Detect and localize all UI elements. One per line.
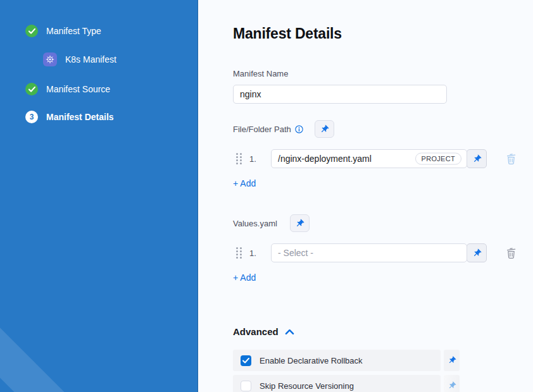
chevron-up-icon xyxy=(285,329,294,335)
step-label: Manifest Type xyxy=(46,26,101,36)
option-label: Skip Resource Versioning xyxy=(260,381,354,391)
manifest-name-label: Manifest Name xyxy=(233,69,288,78)
runtime-input-pin-button[interactable] xyxy=(290,214,310,232)
project-scope-badge: PROJECT xyxy=(415,153,461,165)
check-circle-icon xyxy=(25,25,38,37)
step-label: Manifest Source xyxy=(46,84,110,94)
values-yaml-row: 1. xyxy=(233,243,533,262)
info-icon[interactable] xyxy=(295,125,303,133)
harness-logo-watermark xyxy=(0,281,83,392)
advanced-label: Advanced xyxy=(233,326,279,337)
row-number: 1. xyxy=(249,248,265,258)
runtime-input-pin-button[interactable] xyxy=(315,120,334,138)
manifest-details-panel: Manifest Details Manifest Name File/Fold… xyxy=(198,0,533,392)
runtime-input-pin-icon[interactable] xyxy=(444,375,460,392)
advanced-section-toggle[interactable]: Advanced xyxy=(233,326,533,337)
option-label: Enable Declarative Rollback xyxy=(260,356,363,365)
step-number-circle: 3 xyxy=(25,111,38,123)
add-file-path-link[interactable]: + Add xyxy=(233,178,256,188)
values-yaml-select[interactable] xyxy=(271,243,467,262)
kubernetes-icon xyxy=(43,52,57,66)
runtime-input-pin-button[interactable] xyxy=(467,243,487,262)
option-row-declarative-rollback: Enable Declarative Rollback xyxy=(233,350,460,371)
drag-handle-icon[interactable] xyxy=(236,247,242,259)
sidebar-step-manifest-type[interactable]: Manifest Type xyxy=(25,25,198,37)
sidebar-step-manifest-details[interactable]: 3 Manifest Details xyxy=(25,111,198,123)
values-yaml-label: Values.yaml xyxy=(233,219,277,228)
drag-handle-icon[interactable] xyxy=(236,153,242,164)
file-folder-path-label: File/Folder Path xyxy=(233,125,291,134)
option-row-skip-resource-versioning: Skip Resource Versioning xyxy=(233,375,460,392)
step-label: Manifest Details xyxy=(46,112,114,122)
file-path-row: 1. PROJECT xyxy=(233,149,533,168)
wizard-sidebar: Manifest Type K8s Manifest Manifest Sour… xyxy=(0,0,198,392)
skip-resource-versioning-checkbox[interactable] xyxy=(241,381,251,391)
step-label: K8s Manifest xyxy=(65,54,116,64)
check-circle-icon xyxy=(25,83,38,95)
manifest-name-input[interactable] xyxy=(233,85,447,104)
runtime-input-pin-icon[interactable] xyxy=(444,350,460,371)
delete-row-icon[interactable] xyxy=(506,153,517,165)
sidebar-substep-k8s-manifest[interactable]: K8s Manifest xyxy=(25,52,198,66)
page-title: Manifest Details xyxy=(233,25,533,42)
runtime-input-pin-button[interactable] xyxy=(467,149,487,168)
add-values-yaml-link[interactable]: + Add xyxy=(233,273,256,283)
sidebar-step-manifest-source[interactable]: Manifest Source xyxy=(25,83,198,95)
declarative-rollback-checkbox[interactable] xyxy=(241,355,251,366)
delete-row-icon[interactable] xyxy=(506,247,517,259)
row-number: 1. xyxy=(249,154,265,164)
